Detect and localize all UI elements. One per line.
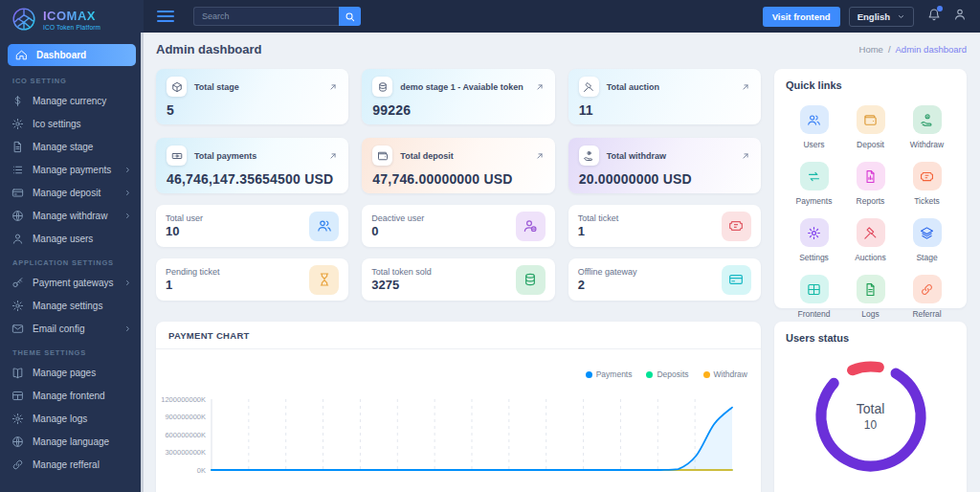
link-icon [11,458,24,471]
sidebar-item-manage-pages[interactable]: Manage pages [0,361,144,384]
hand-coin-icon [913,105,942,134]
profile-button[interactable] [953,8,967,25]
quick-link-tickets[interactable]: Tickets [899,162,955,206]
notifications-button[interactable] [927,8,941,25]
quick-link-label: Frontend [797,309,830,319]
brand-name: ICOMAX [43,9,100,23]
quick-link-withdraw[interactable]: Withdraw [899,105,955,149]
sidebar-item-manage-settings[interactable]: Manage settings [0,294,144,317]
sidebar-item-manage-refferal[interactable]: Manage refferal [0,453,144,476]
stat-card-value: 1 [578,224,619,238]
breadcrumb-current: Admin dashboard [896,44,967,55]
arrow-up-right-icon[interactable] [328,151,338,161]
sidebar-item-manage-logs[interactable]: Manage logs [0,407,144,430]
quick-link-settings[interactable]: Settings [786,218,842,262]
search-input[interactable] [193,7,339,26]
breadcrumb: Home / Admin dashboard [859,44,967,55]
arrow-up-right-icon[interactable] [741,151,750,161]
quick-link-label: Referral [912,309,941,319]
language-dropdown[interactable]: English [849,7,914,27]
stat-card-value: 46,746,147.35654500 USD [167,171,338,187]
quick-links-grid: Users Deposit Withdraw Payments Reports [786,105,955,319]
stat-card-label: Pending ticket [166,267,220,277]
stat-card-total-token-sold: Total token sold 3275 [362,258,554,301]
quick-link-label: Deposit [857,140,884,149]
sidebar-item-ico-settings[interactable]: Ico settings [0,112,144,135]
svg-text:1200000000K: 1200000000K [161,395,206,404]
svg-text:300000000K: 300000000K [165,448,206,457]
quick-link-referral[interactable]: Referral [899,275,955,319]
card-icon [11,187,24,199]
sidebar-item-payment-gateways[interactable]: Payment gateways [0,271,144,294]
sidebar-item-label: Email config [33,324,115,334]
legend-item-deposits[interactable]: Deposits [646,369,688,379]
arrow-up-right-icon[interactable] [535,82,545,92]
key-icon [11,277,24,289]
arrow-up-right-icon[interactable] [535,151,545,161]
legend-item-withdraw[interactable]: Withdraw [703,369,747,379]
stat-card-value: 3275 [371,278,432,292]
breadcrumb-home[interactable]: Home [859,44,883,55]
sidebar-section-title: THEME SETTINGS [0,340,144,361]
breadcrumb-separator: / [888,44,891,55]
users-status-donut-chart[interactable]: Total 10 [812,357,930,476]
stat-card-value: 0 [371,224,424,238]
user-icon [953,8,967,21]
ticket-icon [913,162,942,190]
legend-label: Deposits [657,369,688,379]
stat-card-value: 2 [578,278,637,292]
stat-card-label: Total withdraw [607,151,733,161]
svg-text:0K: 0K [197,466,206,475]
sidebar-item-manage-deposit[interactable]: Manage deposit [0,181,144,204]
legend-item-payments[interactable]: Payments [586,369,633,379]
sidebar-item-dashboard[interactable]: Dashboard [8,44,136,66]
stat-card-available-token: demo stage 1 - Avaiable token 99226 [362,69,554,124]
quick-link-frontend[interactable]: Frontend [786,275,842,319]
payment-line-chart[interactable]: 1200000000K900000000K600000000K300000000… [156,394,742,492]
sidebar-item-manage-withdraw[interactable]: Manage withdraw [0,204,144,227]
visit-frontend-button[interactable]: Visit frontend [763,7,840,27]
quick-link-payments[interactable]: Payments [786,162,842,206]
sidebar-item-label: Ico settings [33,119,132,129]
payment-chart-title: PAYMENT CHART [156,322,761,349]
stat-card-deactive-user: Deactive user 0 [362,205,554,247]
hand-coin-icon [579,145,599,166]
quick-link-users[interactable]: Users [786,105,842,149]
sidebar-item-manage-users[interactable]: Manage users [0,227,144,250]
sidebar-scrollbar[interactable] [141,33,144,492]
quick-link-stage[interactable]: Stage [899,218,955,262]
search-button[interactable] [339,7,361,26]
sidebar-item-email-config[interactable]: Email config [0,317,144,340]
gear-icon [11,300,24,312]
quick-link-logs[interactable]: Logs [842,275,899,319]
chevron-right-icon [123,189,132,197]
stat-card-total-auction: Total auction 11 [568,69,761,124]
sidebar-section-title: ICO SETTING [0,68,144,89]
users-status-title: Users status [786,332,955,344]
hourglass-icon [309,265,339,295]
sidebar-item-manage-frontend[interactable]: Manage frontend [0,384,144,407]
brand-logo[interactable]: ICOMAX ICO Token Platform [0,0,144,39]
quick-link-deposit[interactable]: Deposit [842,105,899,149]
quick-link-reports[interactable]: Reports [842,162,899,206]
stat-card-pending-ticket: Pending ticket 1 [156,258,348,301]
stat-card-total-deposit: Total deposit 47,746.00000000 USD [362,138,554,193]
stat-card-label: Offline gateway [578,267,637,277]
menu-toggle-icon[interactable] [157,11,174,22]
stat-card-label: Total deposit [400,151,526,161]
sidebar-item-label: Dashboard [36,50,128,60]
sidebar-item-label: Manage refferal [33,459,132,470]
arrow-up-right-icon[interactable] [741,82,750,92]
card-icon [722,265,751,295]
sidebar-item-manage-currency[interactable]: Manage currency [0,89,144,112]
quick-link-label: Tickets [914,196,940,206]
quick-link-auctions[interactable]: Auctions [842,218,899,262]
sidebar-item-manage-language[interactable]: Manage language [0,430,144,453]
sidebar-item-manage-payments[interactable]: Manage payments [0,158,144,181]
arrow-up-right-icon[interactable] [328,82,338,92]
stat-card-total-payments: Total payments 46,746,147.35654500 USD [156,138,348,193]
sidebar-item-manage-stage[interactable]: Manage stage [0,135,144,158]
stat-card-value: 11 [579,102,750,118]
right-column: Quick links Users Deposit Withdraw Payme… [774,69,967,492]
stat-card-value: 20.00000000 USD [579,171,750,187]
